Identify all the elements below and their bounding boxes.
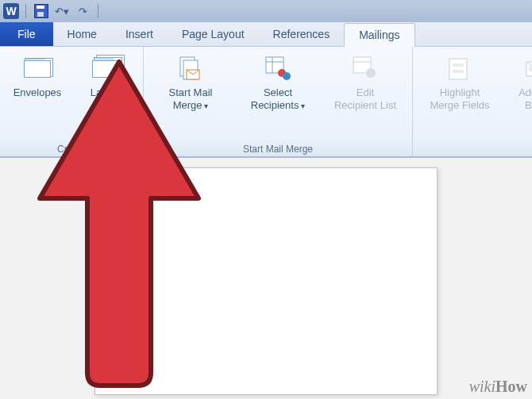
svg-rect-12 [453, 63, 464, 67]
highlight-merge-fields-button: Highlight Merge Fields [421, 52, 499, 114]
button-label: Recipient List [334, 99, 396, 112]
ribbon: Envelopes Labels Create Start Mail Merge [0, 47, 532, 158]
button-label: Labels [91, 86, 121, 99]
edit-recipient-list-button: Edit Recipient List [326, 52, 404, 114]
button-label: Select [264, 86, 292, 99]
labels-button[interactable]: Labels [76, 52, 135, 102]
tab-home[interactable]: Home [53, 22, 111, 46]
tab-mailings[interactable]: Mailings [344, 23, 414, 47]
word-app-icon: W [3, 3, 19, 19]
group-label: Create [57, 144, 86, 155]
undo-icon: ↶▾ [55, 6, 69, 17]
file-tab-label: File [17, 28, 36, 40]
button-label: Merge Fields [430, 99, 489, 112]
address-block-button: Address Block [508, 52, 532, 114]
svg-point-7 [283, 72, 291, 80]
undo-button[interactable]: ↶▾ [53, 2, 71, 20]
group-label: Start Mail Merge [243, 144, 313, 155]
button-label: Block [525, 99, 532, 112]
group-start-mail-merge: Start Mail Merge Select Recipients Edit … [144, 47, 413, 156]
tab-label: References [273, 28, 330, 40]
tab-references[interactable]: References [259, 22, 345, 46]
address-block-icon [523, 55, 532, 83]
select-recipients-button[interactable]: Select Recipients [239, 52, 317, 114]
redo-button[interactable]: ↷ [74, 2, 91, 20]
svg-rect-15 [529, 66, 532, 71]
envelope-icon [23, 55, 52, 83]
tab-insert[interactable]: Insert [111, 22, 168, 46]
redo-icon: ↷ [79, 6, 87, 17]
button-label: Recipients [251, 99, 305, 112]
group-write-insert: Highlight Merge Fields Address Block [413, 47, 532, 156]
tab-page-layout[interactable]: Page Layout [168, 22, 259, 46]
save-button[interactable] [33, 2, 50, 20]
watermark-prefix: wiki [469, 378, 495, 395]
tab-label: Page Layout [182, 28, 245, 40]
button-label: Merge [173, 99, 209, 112]
file-tab[interactable]: File [0, 22, 53, 46]
tab-label: Mailings [359, 29, 399, 41]
qat-separator [25, 4, 26, 18]
labels-icon [91, 55, 120, 83]
edit-recipient-icon [351, 55, 380, 83]
save-icon [34, 4, 48, 18]
button-label: Envelopes [13, 86, 62, 99]
button-label: Start Mail [169, 86, 213, 99]
app-letter: W [6, 5, 16, 17]
button-label: Edit [357, 86, 374, 99]
watermark: wikiHow [469, 378, 527, 396]
button-label: Address [519, 86, 532, 99]
tab-label: Insert [125, 28, 153, 40]
title-bar: W ↶▾ ↷ [0, 0, 532, 22]
document-area[interactable] [0, 158, 532, 399]
svg-rect-11 [449, 59, 467, 79]
qat-separator-2 [98, 4, 98, 18]
start-mail-merge-icon [176, 55, 205, 83]
ribbon-tabs: File Home Insert Page Layout References … [0, 22, 532, 47]
document-page[interactable] [94, 167, 438, 395]
recipients-icon [264, 55, 292, 83]
svg-rect-13 [453, 70, 464, 73]
watermark-suffix: How [495, 378, 527, 395]
button-label: Highlight [440, 86, 480, 99]
highlight-icon [445, 55, 474, 83]
envelopes-button[interactable]: Envelopes [8, 52, 67, 102]
svg-point-10 [366, 68, 376, 78]
start-mail-merge-button[interactable]: Start Mail Merge [152, 52, 229, 114]
tab-label: Home [67, 28, 97, 40]
group-create: Envelopes Labels Create [0, 47, 144, 156]
